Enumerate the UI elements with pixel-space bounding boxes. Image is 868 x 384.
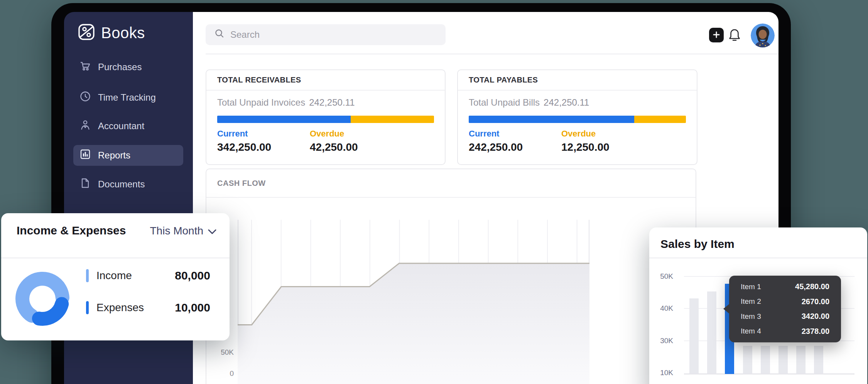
sidebar-item-reports[interactable]: Reports: [73, 145, 183, 166]
overdue-label: Overdue: [561, 129, 596, 139]
income-label: Income: [96, 269, 132, 282]
books-logo-icon: [77, 23, 96, 43]
app-logo: Books: [77, 23, 145, 43]
income-expenses-card: Income & Expenses This Month Income 80,0…: [1, 213, 230, 340]
receivables-progress-bar: [217, 116, 434, 123]
sales-bar[interactable]: [814, 346, 823, 374]
sales-by-item-card: Sales by Item 50K 40K 30K 10K Item 1 45,…: [649, 227, 867, 384]
legend-income-row: Income 80,000: [86, 268, 210, 283]
sidebar-item-label: Accountant: [98, 121, 144, 131]
total-unpaid-bills: Total Unpaid Bills242,250.11: [469, 97, 589, 108]
add-button[interactable]: [709, 28, 724, 42]
clock-icon: [79, 90, 91, 105]
page-background: Books Purchases: [0, 0, 868, 384]
period-label: This Month: [150, 225, 204, 237]
expenses-marker: [86, 301, 89, 314]
income-value: 80,000: [175, 269, 210, 282]
overdue-value: 12,250.00: [561, 141, 610, 153]
current-label: Current: [469, 129, 499, 139]
sidebar-item-label: Reports: [98, 150, 130, 161]
overdue-portion: [634, 116, 686, 123]
sales-bar[interactable]: [707, 291, 716, 374]
current-value: 342,250.00: [217, 141, 271, 153]
tooltip-row: Item 1 45,280.00: [741, 282, 829, 291]
reports-icon: [79, 148, 91, 163]
current-portion: [469, 116, 634, 123]
total-payables-card: TOTAL PAYABLES Total Unpaid Bills242,250…: [457, 69, 697, 165]
topbar-divider: [206, 54, 778, 54]
overdue-portion: [351, 116, 434, 123]
sidebar-item-purchases[interactable]: Purchases: [73, 57, 183, 77]
expenses-value: 10,000: [175, 301, 210, 314]
expenses-label: Expenses: [96, 301, 144, 314]
app-name: Books: [101, 24, 145, 42]
sidebar-item-label: Time Tracking: [98, 92, 156, 103]
sales-bar[interactable]: [778, 346, 788, 374]
current-label: Current: [217, 129, 248, 139]
card-divider: [1, 258, 230, 258]
sales-bar[interactable]: [689, 298, 699, 374]
document-icon: [79, 177, 91, 192]
accountant-icon: [79, 119, 91, 133]
search-input[interactable]: Search: [206, 24, 446, 45]
cart-icon: [79, 60, 91, 74]
total-unpaid-invoices: Total Unpaid Invoices242,250.11: [217, 97, 355, 108]
overdue-value: 42,250.00: [310, 141, 358, 153]
sales-bar[interactable]: [743, 346, 752, 374]
total-receivables-card: TOTAL RECEIVABLES Total Unpaid Invoices2…: [206, 69, 446, 165]
tooltip-row: Item 2 2670.00: [741, 297, 829, 306]
current-value: 242,250.00: [469, 141, 523, 153]
plus-icon: [712, 30, 721, 40]
cash-flow-card: CASH FLOW 50K 0: [206, 168, 696, 384]
card-title: TOTAL PAYABLES: [458, 70, 697, 91]
sales-bar[interactable]: [761, 346, 770, 374]
card-title: Income & Expenses: [17, 224, 126, 237]
current-portion: [217, 116, 351, 123]
y-axis-label-50k: 50K: [206, 348, 234, 357]
overdue-label: Overdue: [310, 129, 344, 139]
chart-tooltip: Item 1 45,280.00 Item 2 2670.00 Item 3 3…: [729, 276, 841, 342]
sidebar-item-documents[interactable]: Documents: [73, 174, 183, 195]
chevron-down-icon: [208, 225, 216, 237]
card-title: TOTAL RECEIVABLES: [206, 70, 445, 91]
notifications-bell-icon[interactable]: [727, 27, 742, 44]
legend-expenses-row: Expenses 10,000: [86, 300, 210, 315]
card-title: CASH FLOW: [206, 169, 696, 198]
payables-progress-bar: [469, 116, 686, 123]
sidebar-item-accountant[interactable]: Accountant: [73, 116, 183, 136]
search-placeholder: Search: [230, 29, 260, 40]
sidebar-item-time-tracking[interactable]: Time Tracking: [73, 87, 183, 108]
cash-flow-chart[interactable]: [238, 220, 589, 384]
sales-bar[interactable]: [796, 346, 806, 374]
period-dropdown[interactable]: This Month: [150, 225, 217, 237]
tooltip-row: Item 4 2378.00: [741, 327, 829, 336]
y-axis-label-0: 0: [206, 369, 234, 378]
avatar[interactable]: [751, 24, 775, 47]
income-expenses-donut-chart[interactable]: [10, 266, 75, 333]
sidebar-item-label: Documents: [98, 179, 145, 190]
sidebar-item-label: Purchases: [98, 62, 142, 72]
income-marker: [86, 269, 89, 282]
search-icon: [214, 28, 225, 41]
tooltip-row: Item 3 3420.00: [741, 312, 829, 321]
